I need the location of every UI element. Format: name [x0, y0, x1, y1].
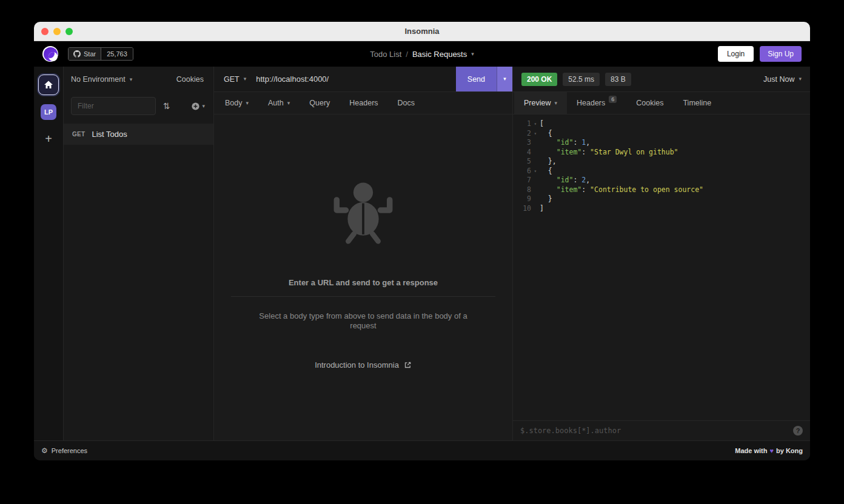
- line-number: 7: [513, 176, 531, 185]
- response-code-editor[interactable]: 1▾[2▾ {3 "id": 1,4 "item": "Star Dwyl on…: [513, 114, 810, 420]
- fold-caret-icon[interactable]: ▾: [531, 167, 540, 176]
- code-text: [: [540, 119, 544, 129]
- response-filter-bar: ?: [513, 420, 810, 440]
- code-line: 8 "item": "Contribute to open source": [513, 185, 810, 195]
- cookies-button[interactable]: Cookies: [176, 75, 204, 84]
- close-window-button[interactable]: [41, 28, 49, 35]
- method-label: GET: [224, 75, 239, 84]
- intro-link-label: Introduction to Insomnia: [315, 360, 399, 370]
- bug-icon: [329, 175, 398, 245]
- tab-response-headers[interactable]: Headers 6: [567, 92, 626, 114]
- sidebar-filter-row: ⇅ ▾: [64, 92, 213, 121]
- external-link-icon: [404, 361, 412, 369]
- code-line: 4 "item": "Star Dwyl on github": [513, 148, 810, 158]
- breadcrumb-collection[interactable]: Basic Requests: [412, 50, 467, 59]
- tab-auth-label: Auth: [268, 99, 284, 107]
- tab-response-headers-label: Headers: [577, 99, 605, 107]
- fold-caret-icon[interactable]: ▾: [531, 119, 540, 129]
- response-status-bar: 200 OK 52.5 ms 83 B Just Now ▾: [513, 67, 810, 92]
- intro-to-insomnia-link[interactable]: Introduction to Insomnia: [315, 360, 412, 370]
- by-kong-text: by Kong: [776, 447, 803, 454]
- help-icon[interactable]: ?: [793, 426, 803, 436]
- fold-caret-icon[interactable]: ▾: [531, 129, 540, 139]
- code-text: },: [540, 157, 557, 167]
- signup-button[interactable]: Sign Up: [760, 46, 802, 62]
- code-text: "id": 2,: [540, 176, 590, 185]
- sort-icon[interactable]: ⇅: [163, 101, 170, 111]
- fold-gutter: [531, 148, 540, 158]
- home-button[interactable]: [38, 75, 59, 95]
- environment-selector[interactable]: No Environment ▾: [71, 75, 132, 84]
- tab-auth[interactable]: Auth ▾: [258, 92, 300, 114]
- heart-icon: ♥: [769, 447, 774, 454]
- send-button-group: Send ▾: [456, 67, 512, 91]
- breadcrumb-workspace[interactable]: Todo List: [370, 50, 401, 59]
- code-text: "item": "Contribute to open source": [540, 185, 703, 195]
- preferences-button[interactable]: ⚙ Preferences: [41, 446, 87, 455]
- line-number: 5: [513, 157, 531, 167]
- plus-circle-icon: [191, 102, 200, 111]
- tab-timeline[interactable]: Timeline: [673, 92, 721, 114]
- avatar[interactable]: LP: [41, 104, 56, 120]
- fold-gutter: [531, 185, 540, 195]
- method-selector[interactable]: GET ▾: [214, 67, 253, 91]
- github-star-button[interactable]: Star: [69, 48, 101, 60]
- breadcrumb: Todo List / Basic Requests ▾: [370, 41, 474, 67]
- tab-response-cookies[interactable]: Cookies: [626, 92, 673, 114]
- made-with-text: Made with: [735, 447, 767, 454]
- code-line: 1▾[: [513, 119, 810, 129]
- github-star-label: Star: [84, 50, 96, 58]
- chevron-down-icon[interactable]: ▾: [471, 51, 474, 57]
- zoom-window-button[interactable]: [65, 28, 73, 35]
- insomnia-logo-icon: [42, 46, 58, 62]
- request-list-item[interactable]: GET List Todos: [64, 124, 213, 145]
- headers-count-badge: 6: [609, 96, 617, 103]
- line-number: 10: [513, 204, 531, 214]
- workspace-rail: LP +: [34, 67, 64, 440]
- response-tabs: Preview ▾ Headers 6 Cookies Timeline: [513, 92, 810, 114]
- github-star-widget[interactable]: Star 25,763: [68, 47, 133, 61]
- minimize-window-button[interactable]: [53, 28, 61, 35]
- fold-gutter: [531, 138, 540, 148]
- code-line: 6▾ {: [513, 167, 810, 176]
- code-line: 3 "id": 1,: [513, 138, 810, 148]
- tab-headers[interactable]: Headers: [340, 92, 387, 114]
- url-input[interactable]: http://localhost:4000/: [253, 67, 456, 91]
- fold-gutter: [531, 157, 540, 167]
- response-filter-input[interactable]: [520, 426, 788, 435]
- line-number: 1: [513, 119, 531, 129]
- sidebar-filter-input[interactable]: [71, 97, 156, 115]
- tab-query[interactable]: Query: [300, 92, 340, 114]
- desktop-background: Insomnia Star 25,763 Todo List / Basic R…: [0, 0, 844, 504]
- tab-body[interactable]: Body ▾: [215, 92, 258, 114]
- send-options-button[interactable]: ▾: [497, 67, 512, 91]
- environment-label: No Environment: [71, 75, 126, 84]
- tab-response-cookies-label: Cookies: [636, 99, 663, 107]
- line-number: 8: [513, 185, 531, 195]
- code-line: 9 }: [513, 194, 810, 204]
- tab-query-label: Query: [309, 99, 330, 107]
- tab-preview[interactable]: Preview ▾: [514, 92, 567, 114]
- logo-crescent: [49, 52, 58, 61]
- tab-body-label: Body: [225, 99, 243, 107]
- response-pane: 200 OK 52.5 ms 83 B Just Now ▾ Preview ▾…: [512, 67, 810, 440]
- titlebar: Insomnia: [34, 22, 810, 41]
- login-button[interactable]: Login: [718, 46, 754, 62]
- code-line: 2▾ {: [513, 129, 810, 139]
- add-workspace-button[interactable]: +: [45, 133, 52, 145]
- add-request-button[interactable]: ▾: [191, 102, 205, 111]
- code-line: 7 "id": 2,: [513, 176, 810, 185]
- statusbar: ⚙ Preferences Made with ♥ by Kong: [34, 440, 810, 460]
- request-body-empty-state: Enter a URL and send to get a response S…: [214, 114, 512, 440]
- chevron-down-icon: ▾: [554, 101, 557, 106]
- response-history-dropdown[interactable]: Just Now ▾: [763, 75, 802, 84]
- window-title: Insomnia: [404, 27, 439, 36]
- app-header: Star 25,763 Todo List / Basic Requests ▾…: [34, 41, 810, 67]
- tab-docs[interactable]: Docs: [388, 92, 424, 114]
- code-text: {: [540, 129, 552, 139]
- code-text: {: [540, 167, 552, 176]
- line-number: 9: [513, 194, 531, 204]
- home-icon: [44, 80, 53, 90]
- response-size-badge: 83 B: [605, 73, 631, 86]
- send-button[interactable]: Send: [456, 67, 497, 91]
